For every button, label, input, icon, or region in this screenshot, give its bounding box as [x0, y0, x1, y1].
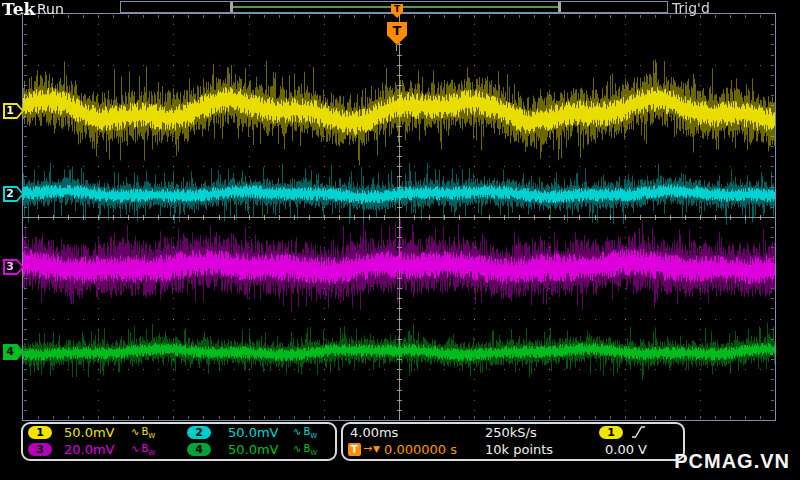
channel-3-coupling-bandwidth: ∿BW [131, 443, 155, 454]
vertical-readout-box[interactable]: 1 50.0mV ∿BW 2 50.0mV ∿BW 3 20.0mV ∿BW 4… [21, 422, 337, 461]
acquisition-status: Run [37, 1, 64, 17]
vertical-readout-row: 3 20.0mV ∿BW 4 50.0mV ∿BW [23, 442, 335, 458]
trigger-t-icon: T [348, 443, 361, 456]
channel-4-marker-label: 4 [3, 345, 17, 358]
trigger-delay-marker-icon: ▼ [373, 444, 380, 454]
tek-logo: Tek [2, 0, 35, 19]
channel-1-badge[interactable]: 1 [28, 426, 52, 439]
trigger-readout-row: T → ▼ 0.000000 s 10k points 0.00 V [343, 442, 683, 458]
channel-3-scale: 20.0mV [64, 442, 115, 457]
oscilloscope-screen: Tek Run Trig'd T T 1 2 3 4 1 50.0mV ∿BW … [0, 0, 800, 480]
ac-coupling-icon: ∿ [293, 443, 301, 454]
watermark: PCMAG.VN [674, 450, 790, 473]
channel-2-badge[interactable]: 2 [187, 426, 211, 439]
trigger-position: 0.000000 s [384, 442, 457, 457]
channel-4-coupling-bandwidth: ∿BW [293, 443, 317, 454]
channel-4-badge[interactable]: 4 [187, 443, 211, 456]
channel-1-coupling-bandwidth: ∿BW [131, 426, 155, 437]
channel-2-coupling-bandwidth: ∿BW [293, 426, 317, 437]
channel-1-marker-label: 1 [3, 104, 17, 117]
channel-2-scale: 50.0mV [228, 425, 279, 440]
channel-4-scale: 50.0mV [228, 442, 279, 457]
trigger-source-badge[interactable]: 1 [599, 426, 623, 439]
ac-coupling-icon: ∿ [293, 426, 301, 437]
waveform-display[interactable] [23, 14, 775, 420]
channel-3-position-marker[interactable]: 3 [3, 259, 24, 275]
time-per-division: 4.00ms [350, 425, 398, 440]
channel-2-position-marker[interactable]: 2 [3, 186, 24, 202]
ac-coupling-icon: ∿ [131, 426, 139, 437]
channel-2-marker-label: 2 [3, 187, 17, 200]
channel-4-position-marker[interactable]: 4 [3, 344, 24, 360]
channel-3-badge[interactable]: 3 [28, 443, 52, 456]
sample-rate: 250kS/s [485, 425, 537, 440]
channel-1-position-marker[interactable]: 1 [3, 103, 24, 119]
trigger-arrow-icon: → [363, 442, 372, 455]
vertical-readout-row: 1 50.0mV ∿BW 2 50.0mV ∿BW [23, 425, 335, 441]
horizontal-trigger-readout-box[interactable]: 4.00ms 250kS/s 1 T → ▼ 0.000000 s 10k po… [341, 422, 685, 461]
trigger-level: 0.00 V [605, 442, 647, 457]
record-length: 10k points [485, 442, 553, 457]
channel-1-scale: 50.0mV [64, 425, 115, 440]
channel-3-marker-label: 3 [3, 260, 17, 273]
horizontal-readout-row: 4.00ms 250kS/s 1 [343, 425, 683, 441]
trigger-position-stem [396, 45, 397, 51]
window-end-bracket[interactable] [558, 2, 561, 12]
ac-coupling-icon: ∿ [131, 443, 139, 454]
trigger-status: Trig'd [672, 0, 710, 16]
